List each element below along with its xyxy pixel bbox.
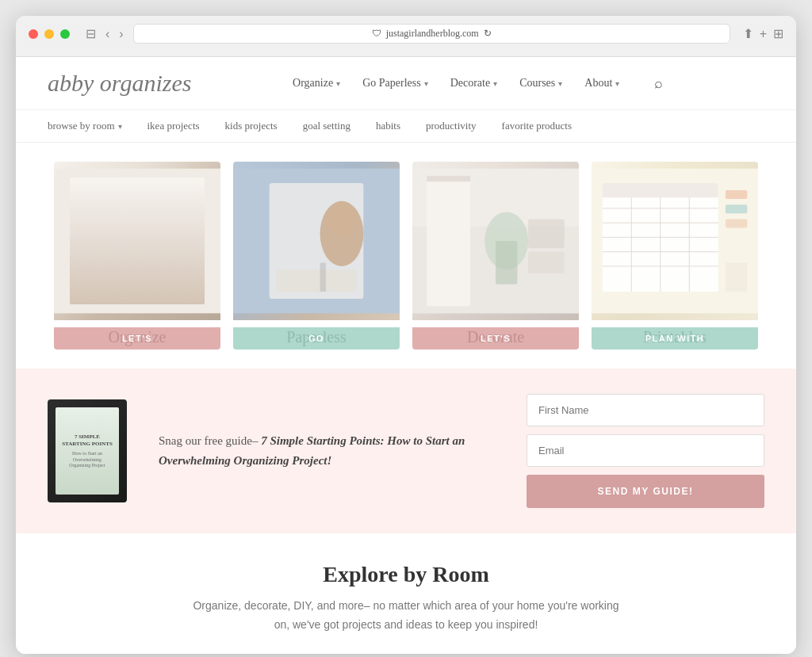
svg-rect-6 bbox=[83, 253, 127, 271]
svg-rect-8 bbox=[148, 197, 199, 234]
guide-form: SEND MY GUIDE! bbox=[527, 394, 764, 508]
card-decorate-badge: LET'S bbox=[412, 327, 579, 350]
reload-icon: ↻ bbox=[484, 28, 492, 40]
card-printables-badge: PLAN WITH bbox=[592, 327, 758, 350]
svg-rect-40 bbox=[726, 262, 747, 292]
card-paperless-badge: GO bbox=[233, 327, 400, 350]
nav-organize[interactable]: Organize ▾ bbox=[293, 77, 340, 90]
address-bar[interactable]: 🛡 justagirlandherblog.com ↻ bbox=[133, 24, 730, 44]
subnav-productivity[interactable]: productivity bbox=[426, 120, 477, 132]
chevron-down-icon: ▾ bbox=[118, 122, 122, 131]
card-paperless[interactable]: GO Paperless bbox=[233, 162, 400, 350]
card-organize[interactable]: LET'S Organize bbox=[54, 162, 220, 350]
top-nav: abby organizes Organize ▾ Go Paperless ▾… bbox=[16, 57, 796, 110]
chevron-down-icon: ▾ bbox=[558, 79, 562, 88]
hero-cards-section: LET'S Organize GO Paperless bbox=[48, 162, 764, 350]
svg-rect-23 bbox=[528, 220, 565, 249]
explore-title: Explore by Room bbox=[48, 562, 764, 587]
svg-rect-2 bbox=[83, 190, 127, 199]
sidebar-toggle-button[interactable]: ⊟ bbox=[82, 25, 99, 43]
main-menu: Organize ▾ Go Paperless ▾ Decorate ▾ Cou… bbox=[191, 75, 764, 92]
guide-book-title: 7 SIMPLE STARTING POINTS bbox=[62, 434, 113, 448]
svg-rect-16 bbox=[320, 262, 326, 292]
logo-text: abby organizes bbox=[48, 70, 191, 97]
nav-about[interactable]: About ▾ bbox=[584, 77, 619, 90]
browser-window: ⊟ ‹ › 🛡 justagirlandherblog.com ↻ ⬆ + ⊞ … bbox=[16, 16, 796, 654]
card-organize-badge: LET'S bbox=[54, 327, 220, 350]
svg-rect-22 bbox=[496, 241, 517, 285]
guide-book: 7 SIMPLE STARTING POINTS How to Start an… bbox=[48, 399, 127, 502]
subnav-goal-setting[interactable]: goal setting bbox=[303, 120, 350, 132]
site-content: abby organizes Organize ▾ Go Paperless ▾… bbox=[16, 57, 796, 654]
nav-courses[interactable]: Courses ▾ bbox=[519, 77, 562, 90]
close-dot[interactable] bbox=[29, 29, 38, 39]
subnav-habits[interactable]: habits bbox=[376, 120, 400, 132]
first-name-input[interactable] bbox=[527, 394, 764, 426]
subnav-favorite-products[interactable]: favorite products bbox=[502, 120, 572, 132]
guide-section: 7 SIMPLE STARTING POINTS How to Start an… bbox=[16, 369, 796, 533]
subnav-browse-by-room[interactable]: browse by room ▾ bbox=[48, 120, 122, 132]
explore-description: Organize, decorate, DIY, and more– no ma… bbox=[184, 597, 628, 635]
svg-rect-38 bbox=[726, 204, 747, 213]
maximize-dot[interactable] bbox=[60, 29, 70, 39]
svg-rect-19 bbox=[427, 176, 470, 306]
subnav-kids-projects[interactable]: kids projects bbox=[225, 120, 278, 132]
svg-rect-28 bbox=[603, 183, 718, 197]
subnav-ikea-projects[interactable]: ikea projects bbox=[147, 120, 200, 132]
chevron-down-icon: ▾ bbox=[493, 79, 497, 88]
minimize-dot[interactable] bbox=[44, 29, 54, 39]
svg-rect-1 bbox=[75, 183, 133, 299]
nav-go-paperless[interactable]: Go Paperless ▾ bbox=[362, 77, 428, 90]
url-text: justagirlandherblog.com bbox=[386, 28, 479, 40]
sub-nav: browse by room ▾ ikea projects kids proj… bbox=[16, 110, 796, 143]
shield-icon: 🛡 bbox=[372, 28, 381, 40]
svg-rect-10 bbox=[148, 269, 199, 290]
guide-description: Snag our free guide– 7 Simple Starting P… bbox=[159, 431, 495, 472]
svg-rect-7 bbox=[83, 273, 127, 292]
share-button[interactable]: ⬆ bbox=[743, 26, 753, 41]
send-guide-button[interactable]: SEND MY GUIDE! bbox=[527, 475, 764, 508]
guide-heading-plain: Snag our free guide– bbox=[159, 434, 258, 447]
svg-rect-20 bbox=[427, 176, 470, 181]
browser-chrome: ⊟ ‹ › 🛡 justagirlandherblog.com ↻ ⬆ + ⊞ bbox=[16, 16, 796, 57]
svg-rect-24 bbox=[528, 252, 565, 273]
svg-rect-9 bbox=[148, 241, 199, 262]
svg-rect-37 bbox=[726, 190, 747, 199]
chevron-down-icon: ▾ bbox=[336, 79, 340, 88]
chevron-down-icon: ▾ bbox=[424, 79, 428, 88]
svg-rect-0 bbox=[54, 169, 220, 314]
explore-section: Explore by Room Organize, decorate, DIY,… bbox=[16, 533, 796, 654]
chevron-down-icon: ▾ bbox=[615, 79, 619, 88]
svg-rect-3 bbox=[83, 204, 127, 217]
guide-book-subtitle: How to Start an Overwhelming Organizing … bbox=[62, 451, 113, 468]
nav-decorate[interactable]: Decorate ▾ bbox=[450, 77, 498, 90]
logo-brand: abby organizes bbox=[48, 70, 191, 96]
card-printables[interactable]: PLAN WITH Printables bbox=[592, 162, 758, 350]
new-tab-button[interactable]: + bbox=[760, 26, 767, 41]
logo: abby organizes bbox=[48, 70, 191, 97]
svg-rect-5 bbox=[83, 237, 127, 250]
card-decorate[interactable]: LET'S Decorate bbox=[412, 162, 579, 350]
svg-rect-4 bbox=[83, 220, 127, 233]
svg-rect-15 bbox=[277, 270, 356, 292]
svg-rect-39 bbox=[726, 220, 747, 228]
back-button[interactable]: ‹ bbox=[102, 25, 113, 43]
email-input[interactable] bbox=[527, 434, 764, 467]
grid-button[interactable]: ⊞ bbox=[773, 26, 783, 41]
forward-button[interactable]: › bbox=[116, 25, 126, 43]
search-icon[interactable]: ⌕ bbox=[654, 75, 663, 92]
svg-point-14 bbox=[327, 201, 357, 238]
